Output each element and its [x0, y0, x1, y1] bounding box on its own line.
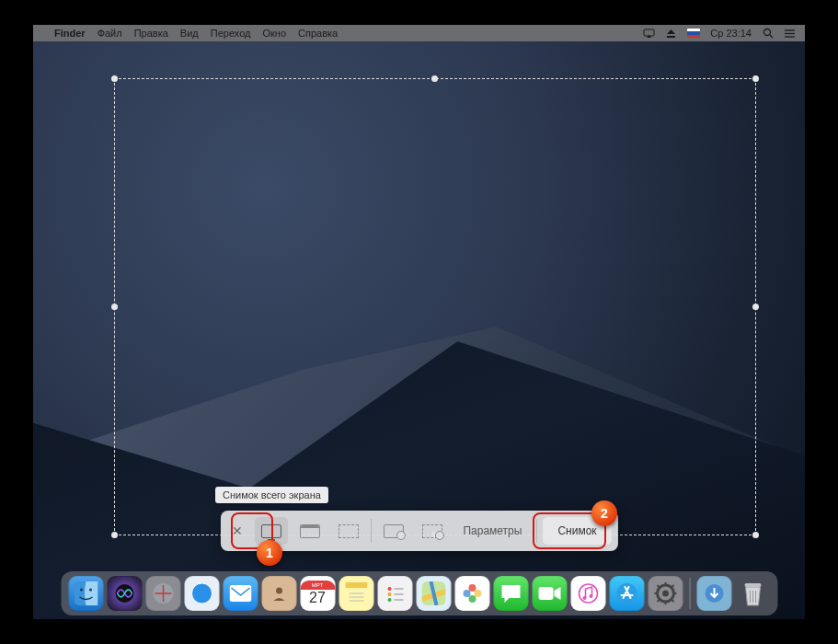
dock-facetime-icon[interactable]: [532, 576, 567, 611]
svg-line-45: [671, 585, 673, 588]
dock-messages-icon[interactable]: [493, 576, 528, 611]
selection-handle-br[interactable]: [752, 532, 759, 538]
dock-contacts-icon[interactable]: [261, 576, 296, 611]
svg-rect-48: [744, 583, 761, 587]
menu-help[interactable]: Справка: [298, 28, 338, 39]
svg-point-30: [463, 590, 470, 597]
dock: МРТ27: [61, 571, 777, 615]
dock-appstore-icon[interactable]: [609, 576, 644, 611]
svg-point-21: [387, 592, 391, 596]
capture-selection-button[interactable]: [331, 517, 364, 545]
selection-handle-tr[interactable]: [752, 75, 759, 82]
spotlight-search-icon[interactable]: [762, 28, 774, 40]
capture-selection-rect[interactable]: [114, 78, 756, 535]
input-language-flag-icon[interactable]: [687, 29, 700, 38]
dock-calendar-icon[interactable]: МРТ27: [300, 576, 335, 611]
svg-rect-31: [538, 587, 553, 600]
menu-window[interactable]: Окно: [262, 28, 286, 39]
menu-edit[interactable]: Правка: [134, 28, 168, 39]
dock-photos-icon[interactable]: [454, 576, 489, 611]
selection-handle-mr[interactable]: [752, 304, 759, 310]
dock-siri-icon[interactable]: [107, 576, 142, 611]
menu-file[interactable]: Файл: [98, 28, 122, 39]
menubar-app-name[interactable]: Finder: [54, 28, 86, 39]
window-icon: [299, 524, 319, 538]
dock-reminders-icon[interactable]: [377, 576, 412, 611]
toolbar-close-button[interactable]: ✕: [226, 520, 248, 542]
menu-go[interactable]: Переход: [211, 28, 251, 39]
record-entire-screen-button[interactable]: [376, 517, 409, 545]
svg-line-43: [657, 585, 660, 588]
dock-trash-icon[interactable]: [735, 576, 770, 611]
dock-finder-icon[interactable]: [68, 576, 103, 611]
airplay-icon[interactable]: [643, 28, 655, 40]
toolbar-divider: [370, 519, 371, 543]
record-screen-icon: [383, 524, 403, 538]
dock-downloads-icon[interactable]: [696, 576, 731, 611]
svg-point-32: [577, 582, 599, 604]
annotation-badge-2: 2: [591, 500, 617, 526]
svg-point-20: [387, 587, 391, 591]
svg-point-15: [276, 588, 282, 594]
capture-mode-tooltip: Снимок всего экрана: [215, 487, 328, 503]
svg-line-46: [657, 599, 660, 602]
dock-notes-icon[interactable]: [339, 576, 373, 611]
menubar: Finder Файл Правка Вид Переход Окно Спра…: [33, 25, 805, 41]
svg-point-35: [589, 594, 592, 598]
calendar-day-label: 27: [309, 590, 326, 606]
dock-launchpad-icon[interactable]: [145, 576, 180, 611]
svg-point-8: [89, 589, 92, 592]
dock-maps-icon[interactable]: [416, 576, 451, 611]
dock-separator: [689, 578, 690, 609]
svg-point-28: [474, 590, 481, 597]
dock-itunes-icon[interactable]: [570, 576, 605, 611]
svg-point-7: [80, 589, 83, 592]
capture-window-button[interactable]: [293, 517, 326, 545]
svg-point-36: [616, 583, 637, 604]
options-button[interactable]: Параметры: [453, 517, 531, 545]
menubar-clock[interactable]: Ср 23:14: [710, 28, 752, 39]
svg-point-38: [662, 591, 669, 597]
annotation-badge-1: 1: [257, 540, 282, 566]
notification-center-icon[interactable]: [784, 28, 796, 40]
svg-rect-13: [229, 585, 251, 602]
dock-safari-icon[interactable]: [184, 576, 219, 611]
svg-point-27: [468, 584, 476, 592]
dock-preferences-icon[interactable]: [648, 576, 683, 611]
toolbar-divider: [536, 519, 537, 543]
svg-point-34: [582, 596, 586, 600]
selection-handle-bl[interactable]: [111, 532, 118, 538]
svg-point-22: [387, 598, 391, 602]
selection-icon: [338, 524, 358, 538]
selection-handle-ml[interactable]: [111, 304, 118, 310]
screen-icon: [260, 524, 281, 538]
svg-line-2: [770, 35, 773, 38]
calendar-month-label: МРТ: [300, 581, 335, 590]
record-selection-icon: [421, 524, 442, 538]
dock-mail-icon[interactable]: [223, 576, 258, 611]
svg-point-29: [468, 595, 476, 603]
selection-handle-tl[interactable]: [111, 75, 118, 82]
desktop-screen: Finder Файл Правка Вид Переход Окно Спра…: [33, 25, 805, 619]
menu-view[interactable]: Вид: [180, 28, 199, 39]
svg-point-1: [763, 29, 770, 36]
record-selection-button[interactable]: [415, 517, 448, 545]
svg-rect-0: [644, 29, 654, 36]
svg-rect-16: [345, 582, 367, 588]
svg-line-44: [671, 599, 673, 602]
selection-handle-tc[interactable]: [431, 75, 438, 82]
eject-icon[interactable]: [665, 28, 677, 40]
